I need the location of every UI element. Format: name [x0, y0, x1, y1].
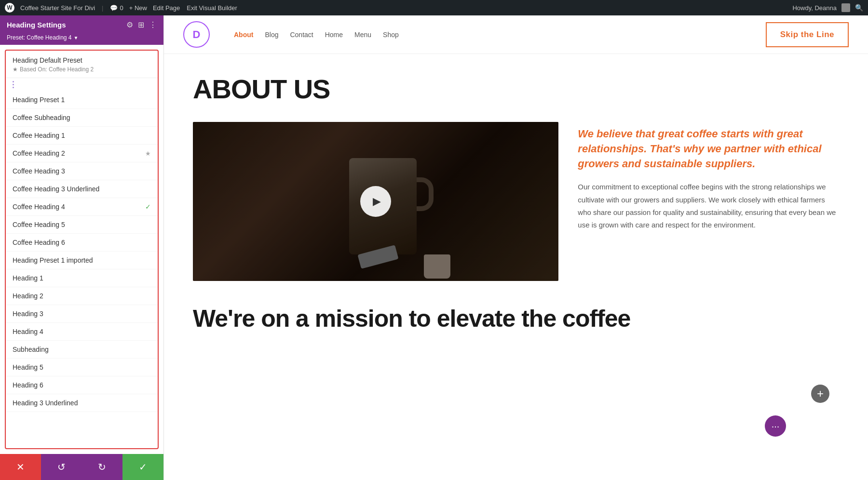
- nav-links: About Blog Contact Home Menu Shop: [234, 31, 399, 39]
- nav-home[interactable]: Home: [325, 31, 343, 39]
- site-preview: D About Blog Contact Home Menu Shop Skip…: [164, 15, 868, 480]
- save-button[interactable]: ✓: [122, 454, 163, 480]
- preset-item-label: Heading 6: [13, 381, 151, 389]
- nav-menu[interactable]: Menu: [354, 31, 371, 39]
- preset-item[interactable]: Coffee Heading 4✓: [6, 198, 158, 216]
- nav-right: Skip the Line: [766, 22, 849, 47]
- preset-item[interactable]: Heading Preset 1 imported: [6, 252, 158, 269]
- preset-item-label: Heading 3 Underlined: [13, 399, 151, 407]
- settings-icon[interactable]: ⚙: [126, 20, 133, 29]
- edit-page-link[interactable]: Edit Page: [153, 4, 180, 12]
- nav-shop[interactable]: Shop: [383, 31, 399, 39]
- default-preset-item[interactable]: Heading Default Preset ★ Based On: Coffe…: [6, 51, 158, 78]
- admin-actions: Edit Page Exit Visual Builder: [153, 4, 237, 12]
- preset-item[interactable]: Coffee Heading 3: [6, 162, 158, 180]
- preset-item-label: Coffee Heading 4: [13, 203, 145, 211]
- preset-item-label: Subheading: [13, 346, 151, 353]
- preset-item-label: Heading Preset 1: [13, 96, 151, 104]
- preset-item-label: Heading Preset 1 imported: [13, 256, 151, 264]
- section-options-button[interactable]: ···: [765, 415, 786, 437]
- preset-dropdown-arrow: ▼: [74, 35, 79, 40]
- preset-item-label: Coffee Heading 6: [13, 239, 151, 246]
- preset-item[interactable]: Coffee Subheading: [6, 109, 158, 127]
- preset-item[interactable]: Coffee Heading 3 Underlined: [6, 180, 158, 198]
- preset-item-label: Coffee Heading 2: [13, 149, 145, 157]
- about-us-heading: ABOUT US: [193, 73, 839, 105]
- preset-item[interactable]: Heading 3: [6, 305, 158, 323]
- comments-link[interactable]: 💬 0: [110, 4, 123, 12]
- default-preset-based-on: ★ Based On: Coffee Heading 2: [13, 66, 151, 73]
- preset-item-label: Coffee Heading 3: [13, 167, 151, 175]
- panel-title: Heading Settings: [7, 21, 66, 29]
- save-icon: ✓: [139, 461, 147, 473]
- preset-star-icon: ★: [145, 150, 151, 157]
- body-paragraph: Our commitment to exceptional coffee beg…: [578, 181, 839, 231]
- preset-item-label: Coffee Heading 5: [13, 221, 151, 228]
- play-icon: ▶: [373, 195, 381, 208]
- highlight-paragraph: We believe that great coffee starts with…: [578, 127, 839, 171]
- video-section: ▶: [193, 122, 558, 281]
- nav-about[interactable]: About: [234, 31, 253, 39]
- admin-bar-right: Howdy, Deanna 🔍: [792, 3, 863, 12]
- preset-item-label: Coffee Heading 3 Underlined: [13, 185, 151, 193]
- close-button[interactable]: ✕: [0, 454, 41, 480]
- nav-contact[interactable]: Contact: [290, 31, 313, 39]
- admin-bar: W Coffee Starter Site For Divi | 💬 0 + N…: [0, 0, 868, 15]
- content-row: ▶ We believe that great coffee starts wi…: [193, 122, 839, 281]
- preset-item[interactable]: Subheading: [6, 341, 158, 359]
- page-content: ABOUT US: [164, 54, 868, 480]
- preset-item[interactable]: Heading 6: [6, 376, 158, 394]
- preset-item-label: Heading 4: [13, 328, 151, 335]
- preset-item-label: Heading 5: [13, 363, 151, 371]
- close-icon: ✕: [16, 461, 25, 473]
- star-icon: ★: [13, 66, 18, 73]
- preset-item[interactable]: Coffee Heading 2★: [6, 145, 158, 162]
- panel-header-icons: ⚙ ⊞ ⋮: [126, 20, 157, 29]
- preset-item-label: Heading 3: [13, 310, 151, 318]
- skip-the-line-button[interactable]: Skip the Line: [766, 22, 849, 47]
- site-navigation: D About Blog Contact Home Menu Shop Skip…: [164, 15, 868, 54]
- preset-item-label: Coffee Subheading: [13, 114, 151, 121]
- section-divider: [6, 78, 158, 91]
- redo-button[interactable]: ↻: [82, 454, 123, 480]
- undo-icon: ↺: [57, 461, 66, 473]
- mission-heading: We're on a mission to elevate the coffee: [193, 305, 839, 333]
- howdy-text: Howdy, Deanna: [792, 4, 837, 12]
- preset-item[interactable]: Heading Preset 1: [6, 91, 158, 109]
- preset-item[interactable]: Heading 5: [6, 359, 158, 376]
- preset-item[interactable]: Coffee Heading 6: [6, 234, 158, 252]
- nav-blog[interactable]: Blog: [265, 31, 278, 39]
- more-options-icon[interactable]: ⋮: [149, 20, 157, 29]
- preset-item-label: Heading 2: [13, 292, 151, 300]
- default-preset-name: Heading Default Preset: [13, 56, 151, 64]
- new-link[interactable]: + New: [129, 4, 147, 12]
- search-icon[interactable]: 🔍: [855, 4, 863, 12]
- site-logo: D: [183, 21, 210, 48]
- wp-logo[interactable]: W: [5, 3, 14, 13]
- add-section-button[interactable]: +: [811, 385, 829, 403]
- layout-icon[interactable]: ⊞: [138, 20, 144, 29]
- exit-builder-link[interactable]: Exit Visual Builder: [187, 4, 237, 12]
- preset-item[interactable]: Coffee Heading 1: [6, 127, 158, 145]
- preset-item[interactable]: Coffee Heading 5: [6, 216, 158, 234]
- preset-check-icon: ✓: [145, 203, 151, 211]
- preset-label[interactable]: Preset: Coffee Heading 4 ▼: [0, 34, 163, 45]
- user-avatar[interactable]: [841, 3, 850, 12]
- panel-header: Heading Settings ⚙ ⊞ ⋮: [0, 15, 163, 34]
- play-button[interactable]: ▶: [360, 186, 391, 217]
- preset-list: Heading Default Preset ★ Based On: Coffe…: [5, 50, 159, 449]
- preset-item[interactable]: Heading 4: [6, 323, 158, 341]
- undo-button[interactable]: ↺: [41, 454, 82, 480]
- preset-item-label: Heading 1: [13, 274, 151, 282]
- redo-icon: ↻: [98, 461, 106, 473]
- preset-item-label: Coffee Heading 1: [13, 132, 151, 139]
- main-layout: Heading Settings ⚙ ⊞ ⋮ Preset: Coffee He…: [0, 15, 868, 480]
- panel-toolbar: ✕ ↺ ↻ ✓: [0, 454, 163, 480]
- video-thumbnail[interactable]: ▶: [193, 122, 558, 281]
- preset-item[interactable]: Heading 3 Underlined: [6, 394, 158, 412]
- preset-item[interactable]: Heading 1: [6, 269, 158, 287]
- site-name[interactable]: Coffee Starter Site For Divi: [20, 4, 95, 12]
- heading-settings-panel: Heading Settings ⚙ ⊞ ⋮ Preset: Coffee He…: [0, 15, 164, 480]
- text-section: We believe that great coffee starts with…: [578, 122, 839, 231]
- preset-item[interactable]: Heading 2: [6, 287, 158, 305]
